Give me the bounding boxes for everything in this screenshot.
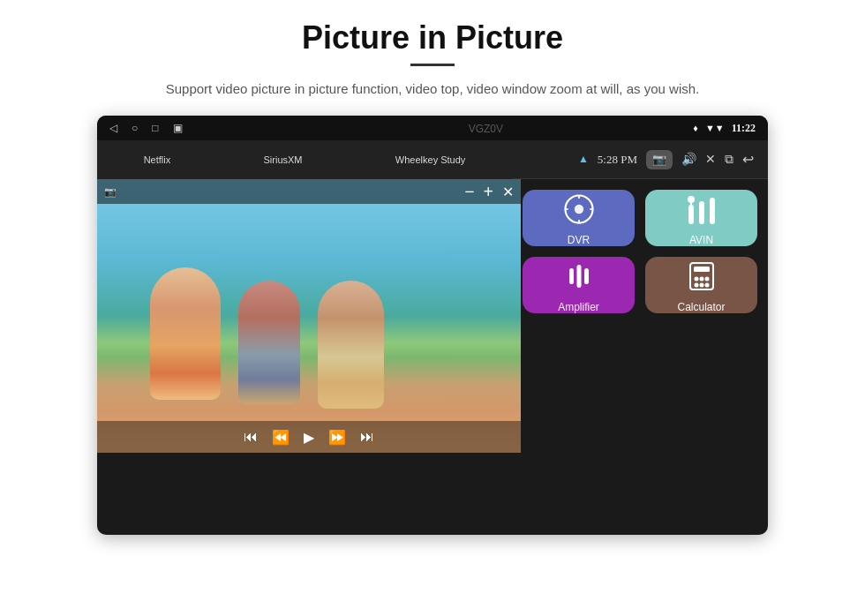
status-bar: ◁ ○ □ ▣ ♦ ▼▼ 11:22 — [97, 116, 768, 140]
status-bar-right: ♦ ▼▼ 11:22 — [693, 122, 756, 135]
svg-point-17 — [704, 283, 709, 288]
avin-app-icon — [682, 190, 721, 229]
rewind-button[interactable]: ⏮ — [244, 429, 258, 445]
amplifier-icon-svg — [562, 259, 596, 293]
dvr-icon-svg — [562, 192, 596, 226]
avin-icon-svg — [685, 192, 718, 226]
apps-bottom-labels-row: Netflix SiriusXM Wheelkey Study — [97, 140, 512, 179]
location-icon: ♦ — [693, 123, 698, 133]
close-icon[interactable]: ✕ — [705, 152, 716, 167]
back-icon[interactable]: ↩ — [742, 151, 754, 168]
svg-rect-8 — [576, 265, 581, 288]
calculator-app-card[interactable]: Calculator — [645, 257, 757, 313]
page-subtitle: Support video picture in picture functio… — [166, 79, 699, 100]
pip-minimize-button[interactable]: − — [464, 182, 474, 202]
title-divider — [410, 64, 455, 66]
pip-controls-right: − + ✕ — [464, 182, 514, 202]
fast-forward-button[interactable]: ⏭ — [360, 429, 374, 445]
avin-label: AVIN — [689, 234, 713, 246]
svg-point-1 — [574, 205, 583, 214]
netflix-bottom-label: Netflix — [144, 154, 171, 165]
svg-rect-9 — [584, 268, 589, 284]
svg-point-13 — [699, 277, 703, 282]
page-title: Picture in Picture — [302, 19, 563, 56]
person-2 — [238, 281, 300, 404]
svg-point-5 — [688, 196, 695, 203]
pip-camera-icon: 📷 — [104, 186, 117, 198]
volume-icon[interactable]: 🔊 — [681, 152, 696, 167]
calculator-app-icon — [682, 257, 721, 296]
dvr-app-card[interactable]: DVR — [523, 190, 635, 246]
svg-rect-11 — [694, 267, 710, 272]
dvr-app-icon — [560, 190, 598, 229]
calculator-label: Calculator — [677, 301, 725, 313]
svg-point-15 — [694, 283, 698, 288]
pip-icon[interactable]: ⧉ — [725, 153, 733, 167]
status-bar-left: ◁ ○ □ ▣ — [109, 122, 183, 135]
screenshot-nav-icon[interactable]: ▣ — [173, 122, 183, 135]
home-nav-icon[interactable]: ○ — [132, 122, 138, 135]
play-pause-button[interactable]: ▶ — [304, 429, 314, 446]
status-time: 11:22 — [732, 122, 756, 135]
wifi-status-icon: ▲ — [578, 153, 589, 166]
back-nav-icon[interactable]: ◁ — [109, 122, 117, 135]
app-bar-time: 5:28 PM — [598, 153, 637, 167]
siriusxm-bottom-label: SiriusXM — [264, 154, 303, 165]
wifi-icon: ▼▼ — [705, 123, 725, 133]
pip-top-bar: 📷 − + ✕ — [97, 179, 521, 204]
svg-rect-7 — [569, 268, 574, 284]
device-frame: ◁ ○ □ ▣ ♦ ▼▼ 11:22 ⌂ ⚡ ▲ 5:28 PM 📷 🔊 — [97, 116, 768, 535]
camera-button[interactable]: 📷 — [646, 150, 673, 169]
amplifier-app-card[interactable]: Amplifier — [523, 257, 635, 313]
svg-point-14 — [704, 277, 709, 282]
next-button[interactable]: ⏩ — [328, 429, 346, 446]
svg-point-12 — [694, 277, 698, 282]
avin-app-card[interactable]: AVIN — [645, 190, 757, 246]
amplifier-app-icon — [560, 257, 598, 296]
apps-main-grid: DVR AVIN — [512, 179, 768, 200]
pip-expand-button[interactable]: + — [484, 182, 493, 202]
watermark: VGZ0V — [469, 123, 503, 135]
pip-close-button[interactable]: ✕ — [502, 184, 514, 200]
amplifier-label: Amplifier — [558, 301, 599, 313]
video-scene — [97, 179, 521, 453]
svg-rect-2 — [688, 205, 694, 224]
person-1 — [150, 267, 221, 400]
svg-point-16 — [699, 283, 703, 288]
dvr-label: DVR — [568, 234, 590, 246]
svg-rect-3 — [699, 201, 704, 224]
video-controls: ⏮ ⏪ ▶ ⏩ ⏭ — [97, 421, 521, 453]
prev-button[interactable]: ⏪ — [272, 429, 290, 446]
wheelkey-bottom-label: Wheelkey Study — [395, 154, 465, 165]
video-player[interactable]: 📷 − + ✕ ⏮ ⏪ ▶ — [97, 179, 521, 453]
recents-nav-icon[interactable]: □ — [152, 122, 158, 135]
calculator-icon-svg — [685, 259, 718, 293]
person-3 — [318, 281, 384, 409]
svg-rect-4 — [710, 198, 715, 224]
app-bar-right: ▲ 5:28 PM 📷 🔊 ✕ ⧉ ↩ — [578, 150, 754, 169]
